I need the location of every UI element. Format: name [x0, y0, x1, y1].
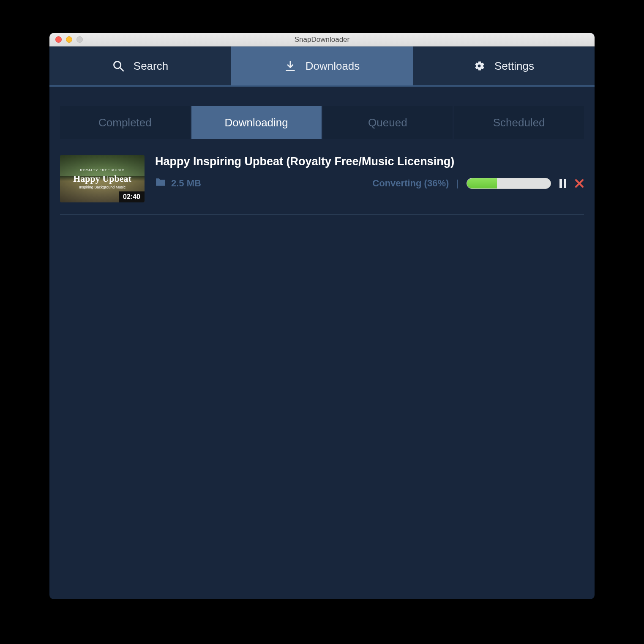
download-icon	[284, 60, 296, 72]
download-item-details: Happy Inspiring Upbeat (Royalty Free/Mus…	[155, 155, 584, 189]
tab-completed[interactable]: Completed	[60, 106, 190, 139]
titlebar: SnapDownloader	[49, 33, 595, 46]
gear-icon	[473, 60, 485, 72]
svg-rect-3	[559, 179, 562, 188]
download-item-title: Happy Inspiring Upbeat (Royalty Free/Mus…	[155, 155, 584, 168]
nav-downloads[interactable]: Downloads	[231, 46, 413, 85]
status-text: Converting (36%)	[372, 178, 449, 189]
tab-queued[interactable]: Queued	[323, 106, 453, 139]
nav-settings-label: Settings	[494, 60, 534, 73]
pause-button[interactable]	[559, 179, 567, 188]
search-icon	[112, 60, 124, 72]
nav-downloads-label: Downloads	[306, 60, 360, 73]
separator: |	[456, 178, 459, 189]
tab-scheduled[interactable]: Scheduled	[454, 106, 584, 139]
subtabs: Completed Downloading Queued Scheduled	[49, 87, 595, 139]
nav-settings[interactable]: Settings	[413, 46, 595, 85]
download-list: ROYALTY FREE MUSIC Happy Upbeat Inspirin…	[49, 139, 595, 215]
svg-rect-4	[564, 179, 566, 188]
cancel-button[interactable]	[575, 179, 584, 188]
file-size: 2.5 MB	[171, 178, 201, 189]
video-thumbnail[interactable]: ROYALTY FREE MUSIC Happy Upbeat Inspirin…	[60, 155, 145, 202]
open-folder-button[interactable]: 2.5 MB	[155, 177, 201, 189]
window-title: SnapDownloader	[49, 35, 595, 44]
download-item: ROYALTY FREE MUSIC Happy Upbeat Inspirin…	[60, 155, 584, 215]
thumb-title: Happy Upbeat	[73, 173, 131, 184]
progress-fill	[467, 178, 497, 188]
thumb-subtitle: Inspiring Background Music	[79, 185, 126, 189]
top-nav: Search Downloads Settings	[49, 46, 595, 87]
video-duration: 02:40	[119, 191, 145, 202]
tab-downloading[interactable]: Downloading	[191, 106, 322, 139]
app-window: SnapDownloader Search Downloads Settings…	[49, 33, 595, 599]
nav-search[interactable]: Search	[49, 46, 231, 85]
nav-search-label: Search	[134, 60, 168, 73]
svg-line-1	[120, 68, 123, 71]
progress-bar	[467, 178, 551, 189]
thumb-supertitle: ROYALTY FREE MUSIC	[80, 168, 125, 172]
folder-icon	[155, 177, 166, 189]
